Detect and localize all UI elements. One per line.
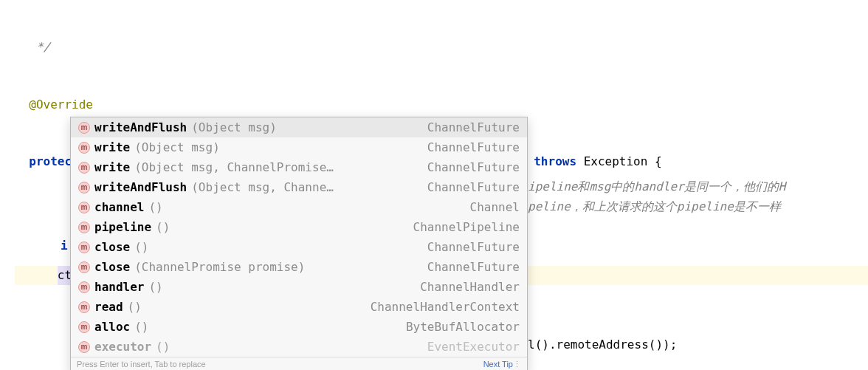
completion-return-type: EventExecutor — [427, 338, 520, 357]
completion-item[interactable]: mhandler()ChannelHandler — [71, 277, 527, 297]
completion-item[interactable]: mwriteAndFlush(Object msg)ChannelFuture — [71, 117, 527, 137]
autocomplete-popup[interactable]: mwriteAndFlush(Object msg)ChannelFuturem… — [70, 117, 528, 370]
completion-return-type: ByteBufAllocator — [406, 318, 520, 337]
completion-params: () — [134, 238, 148, 257]
completion-return-type: ChannelFuture — [427, 158, 520, 177]
completion-name: read — [94, 298, 123, 317]
completion-params: () — [156, 218, 170, 237]
method-icon: m — [78, 142, 90, 154]
method-icon: m — [78, 162, 90, 174]
completion-params: (Object msg) — [134, 138, 220, 157]
kw-throws: throws — [534, 152, 576, 171]
completion-params: (Object msg, ChannelPromise… — [134, 158, 334, 177]
completion-item[interactable]: mpipeline()ChannelPipeline — [71, 217, 527, 237]
method-icon: m — [78, 122, 90, 134]
completion-return-type: ChannelFuture — [427, 258, 520, 277]
completion-params: () — [148, 278, 162, 297]
method-icon: m — [78, 321, 90, 333]
completion-return-type: ChannelFuture — [427, 118, 520, 137]
completion-name: writeAndFlush — [94, 178, 187, 197]
completion-return-type: ChannelHandlerContext — [371, 298, 520, 317]
method-icon: m — [78, 281, 90, 293]
completion-name: writeAndFlush — [94, 118, 187, 137]
completion-name: executor — [94, 338, 151, 357]
completion-item[interactable]: mread()ChannelHandlerContext — [71, 297, 527, 317]
completion-item[interactable]: mchannel()Channel — [71, 197, 527, 217]
completion-params: () — [128, 298, 142, 317]
completion-return-type: ChannelFuture — [427, 178, 520, 197]
completion-name: handler — [94, 278, 144, 297]
method-icon: m — [78, 261, 90, 273]
method-icon: m — [78, 341, 90, 353]
method-icon: m — [78, 222, 90, 233]
method-icon: m — [78, 241, 90, 253]
completion-return-type: ChannelFuture — [427, 238, 520, 257]
obscured-comment-1: ipeline和msg中的handler是同一个，他们的H — [528, 177, 785, 196]
completion-params: (Object msg) — [191, 118, 277, 137]
completion-name: pipeline — [94, 218, 151, 237]
comment-end: */ — [15, 38, 50, 57]
popup-hint: Press Enter to insert, Tab to replace — [77, 358, 206, 370]
completion-params: (ChannelPromise promise) — [134, 258, 305, 277]
completion-item[interactable]: mclose(ChannelPromise promise)ChannelFut… — [71, 257, 527, 277]
completion-return-type: ChannelHandler — [420, 278, 520, 297]
completion-item[interactable]: mwriteAndFlush(Object msg, Channe…Channe… — [71, 177, 527, 197]
completion-name: close — [94, 258, 130, 277]
completion-return-type: ChannelPipeline — [413, 218, 520, 237]
obscured-if: i — [61, 236, 68, 256]
popup-next-tip[interactable]: Next Tip — [483, 358, 513, 370]
completion-name: write — [94, 158, 130, 177]
completion-item[interactable]: mclose()ChannelFuture — [71, 237, 527, 257]
override-annotation: @Override — [15, 95, 93, 114]
completion-params: () — [134, 318, 148, 337]
completion-return-type: Channel — [470, 198, 520, 217]
completion-params: () — [148, 198, 162, 217]
completion-params: () — [156, 338, 170, 357]
completion-item[interactable]: mwrite(Object msg)ChannelFuture — [71, 137, 527, 157]
indent — [15, 266, 58, 285]
completion-name: write — [94, 138, 130, 157]
completion-item[interactable]: mexecutor()EventExecutor — [71, 337, 527, 357]
popup-footer: Press Enter to insert, Tab to replaceNex… — [71, 357, 527, 370]
completion-item[interactable]: mwrite(Object msg, ChannelPromise…Channe… — [71, 157, 527, 177]
completion-return-type: ChannelFuture — [427, 138, 520, 157]
completion-name: close — [94, 238, 130, 257]
method-icon: m — [78, 202, 90, 213]
completion-name: channel — [94, 198, 144, 217]
popup-more-icon[interactable]: ⋮ — [513, 358, 521, 370]
method-icon: m — [78, 182, 90, 193]
completion-item[interactable]: malloc()ByteBufAllocator — [71, 317, 527, 337]
method-icon: m — [78, 301, 90, 313]
sig-rest: Exception { — [576, 152, 662, 171]
obscured-tail: l().remoteAddress()); — [528, 335, 677, 354]
completion-name: alloc — [94, 318, 130, 337]
completion-params: (Object msg, Channe… — [191, 178, 334, 197]
obscured-comment-2: peline，和上次请求的这个pipeline是不一样 — [528, 197, 781, 216]
